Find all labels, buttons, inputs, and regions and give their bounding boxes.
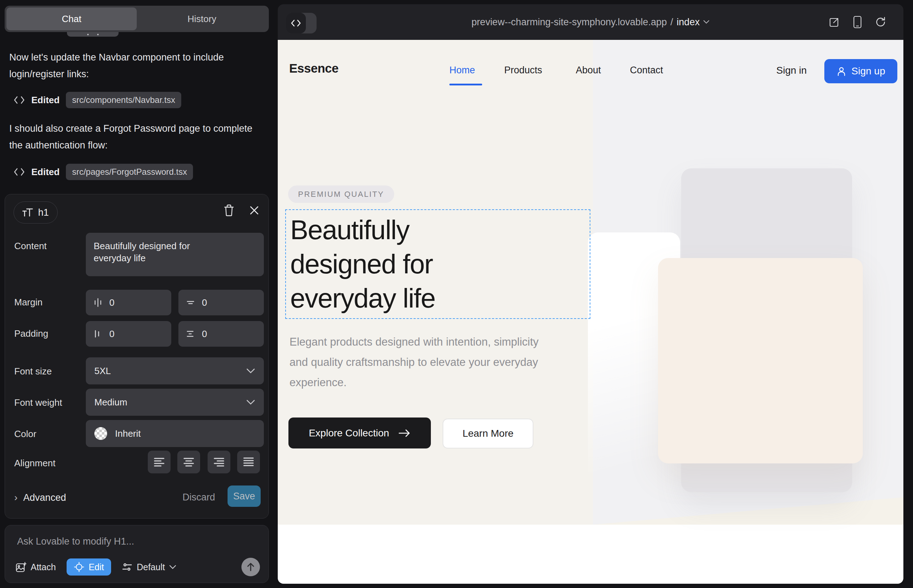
align-justify-button[interactable] bbox=[237, 451, 260, 473]
active-nav-underline bbox=[449, 84, 482, 86]
align-right-icon bbox=[213, 457, 225, 467]
refresh-icon[interactable] bbox=[875, 16, 886, 28]
element-selection-outline: Beautifully designed for everyday life bbox=[285, 209, 590, 319]
edited-file-row: Edited src/components/Navbar.tsx bbox=[13, 92, 181, 108]
padding-y-input[interactable]: 0 bbox=[178, 321, 264, 347]
edited-label: Edited bbox=[31, 95, 60, 106]
preview-window: preview--charming-site-symphony.lovable.… bbox=[278, 4, 903, 584]
edit-mode-button[interactable]: Edit bbox=[66, 559, 111, 575]
close-panel-button[interactable] bbox=[249, 205, 259, 215]
attach-button[interactable]: Attach bbox=[16, 562, 56, 572]
assistant-message: I should also create a Forgot Password p… bbox=[9, 120, 264, 154]
margin-y-input[interactable]: 0 bbox=[178, 290, 264, 315]
margin-x-input[interactable]: 0 bbox=[86, 290, 171, 315]
text-type-icon bbox=[23, 207, 33, 218]
align-center-icon bbox=[183, 457, 195, 467]
sign-in-link[interactable]: Sign in bbox=[776, 65, 807, 76]
discard-button[interactable]: Discard bbox=[182, 492, 215, 503]
chevron-down-icon bbox=[169, 565, 176, 570]
selected-element-tag: h1 bbox=[13, 202, 58, 223]
advanced-toggle[interactable]: › Advanced bbox=[14, 492, 66, 503]
edited-file-row: Edited src/pages/ForgotPassword.tsx bbox=[13, 164, 193, 180]
prompt-input[interactable] bbox=[17, 536, 252, 547]
scrolled-chip-peek bbox=[67, 32, 118, 37]
url-page: index bbox=[677, 17, 700, 28]
mobile-view-icon[interactable] bbox=[853, 16, 862, 29]
open-external-icon[interactable] bbox=[829, 16, 840, 28]
padding-vertical-icon bbox=[186, 329, 196, 339]
font-size-select[interactable]: 5XL bbox=[86, 357, 264, 384]
site-logo[interactable]: Essence bbox=[289, 61, 338, 76]
margin-label: Margin bbox=[14, 297, 42, 308]
chevron-down-icon bbox=[246, 368, 255, 374]
send-button[interactable] bbox=[241, 558, 260, 576]
chevron-down-icon bbox=[246, 399, 255, 405]
margin-vertical-icon bbox=[186, 297, 196, 307]
content-textarea[interactable]: Beautifully designed for everyday life bbox=[86, 233, 264, 276]
chat-sidebar: Chat History Now let's update the Navbar… bbox=[0, 0, 278, 588]
prompt-box: Attach Edit Default bbox=[5, 525, 269, 583]
url-breadcrumb[interactable]: preview--charming-site-symphony.lovable.… bbox=[471, 4, 710, 40]
edited-file-chip[interactable]: src/components/Navbar.tsx bbox=[66, 92, 181, 108]
code-icon bbox=[13, 167, 25, 176]
transparent-color-swatch bbox=[94, 427, 107, 440]
nav-link-products[interactable]: Products bbox=[504, 65, 542, 76]
site-canvas: Essence Home Products About Contact Sign… bbox=[278, 40, 903, 584]
url-separator: / bbox=[670, 17, 673, 28]
color-select[interactable]: Inherit bbox=[86, 420, 264, 447]
model-default-button[interactable]: Default bbox=[122, 562, 176, 572]
browser-chrome: preview--charming-site-symphony.lovable.… bbox=[278, 4, 903, 40]
code-view-toggle[interactable] bbox=[286, 13, 317, 34]
user-icon bbox=[837, 66, 847, 76]
element-tag-name: h1 bbox=[38, 207, 49, 218]
margin-horizontal-icon bbox=[93, 297, 103, 307]
premium-quality-badge: PREMIUM QUALITY bbox=[288, 186, 394, 203]
assistant-message: Now let's update the Navbar component to… bbox=[9, 49, 264, 82]
font-weight-label: Font weight bbox=[14, 397, 62, 408]
code-icon bbox=[13, 95, 25, 105]
nav-link-home[interactable]: Home bbox=[449, 65, 475, 76]
code-icon bbox=[291, 19, 301, 27]
tab-chat[interactable]: Chat bbox=[6, 8, 137, 30]
arrow-up-icon bbox=[246, 562, 255, 572]
hero-heading[interactable]: Beautifully designed for everyday life bbox=[290, 213, 518, 315]
chevron-down-icon bbox=[703, 20, 710, 24]
padding-label: Padding bbox=[14, 328, 48, 339]
save-button[interactable]: Save bbox=[228, 486, 261, 507]
align-left-button[interactable] bbox=[148, 451, 170, 473]
hero-paragraph: Elegant products designed with intention… bbox=[290, 332, 551, 393]
nav-link-about[interactable]: About bbox=[576, 65, 601, 76]
edited-label: Edited bbox=[31, 166, 60, 178]
nav-link-contact[interactable]: Contact bbox=[630, 65, 663, 76]
alignment-label: Alignment bbox=[14, 458, 55, 469]
align-right-button[interactable] bbox=[207, 451, 230, 473]
chat-history-tabbar: Chat History bbox=[5, 6, 269, 32]
sign-up-button[interactable]: Sign up bbox=[824, 59, 897, 83]
explore-collection-button[interactable]: Explore Collection bbox=[288, 417, 431, 449]
align-justify-icon bbox=[243, 457, 254, 467]
tab-history[interactable]: History bbox=[137, 8, 267, 30]
font-size-label: Font size bbox=[14, 366, 52, 377]
align-left-icon bbox=[153, 457, 165, 467]
delete-element-button[interactable] bbox=[223, 204, 234, 216]
element-editor-panel: h1 Content Beautifully designed for ever… bbox=[5, 194, 269, 519]
content-label: Content bbox=[14, 241, 47, 252]
learn-more-button[interactable]: Learn More bbox=[443, 418, 533, 449]
target-icon bbox=[74, 562, 84, 572]
align-center-button[interactable] bbox=[177, 451, 200, 473]
decorative-beige-card bbox=[658, 258, 863, 464]
color-label: Color bbox=[14, 428, 36, 439]
chevron-right-icon: › bbox=[14, 492, 18, 503]
padding-x-input[interactable]: 0 bbox=[86, 321, 171, 347]
arrow-right-icon bbox=[398, 429, 411, 438]
code-toggle-segment[interactable] bbox=[286, 13, 306, 34]
attach-image-icon bbox=[16, 562, 26, 572]
url-domain: preview--charming-site-symphony.lovable.… bbox=[471, 17, 667, 28]
font-weight-select[interactable]: Medium bbox=[86, 389, 264, 416]
padding-horizontal-icon bbox=[93, 329, 103, 339]
sliders-icon bbox=[122, 562, 133, 572]
edited-file-chip[interactable]: src/pages/ForgotPassword.tsx bbox=[66, 164, 193, 180]
